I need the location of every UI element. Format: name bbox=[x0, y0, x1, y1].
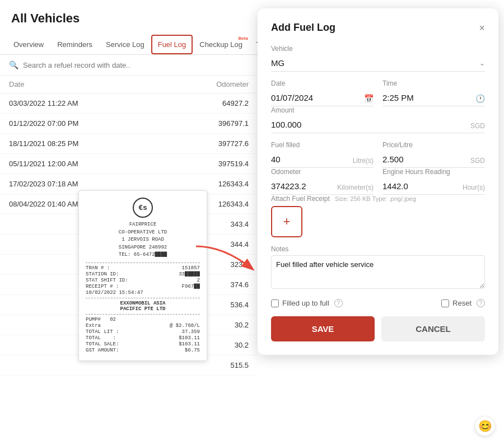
table-row[interactable]: 05/11/2021 12:00 AM 397519.4 bbox=[0, 154, 258, 174]
tab-fuel-log[interactable]: Fuel Log bbox=[151, 35, 193, 54]
date-input[interactable] bbox=[271, 90, 374, 106]
price-litre-group: Price/Litre SGD bbox=[382, 141, 485, 168]
receipt-footer: EXXONMOBIL ASIA PACIFIC PTE LTD bbox=[86, 301, 200, 312]
receipt-overlay: €s FAIRPRICE CO-OPERATIVE LTD 1 JERVOIS … bbox=[78, 190, 207, 361]
odometer-label: Odometer bbox=[271, 168, 374, 176]
receipt-divider-2 bbox=[86, 298, 200, 298]
time-input[interactable] bbox=[382, 90, 485, 106]
row-date: 18/11/2021 08:25 PM bbox=[9, 139, 204, 148]
row-odometer: 126343.4 bbox=[204, 200, 249, 208]
row-odometer: 343.4 bbox=[204, 220, 249, 228]
row-date: 17/02/2023 07:18 AM bbox=[9, 180, 204, 188]
odometer-unit: Kilometer(s) bbox=[337, 184, 374, 191]
page-title: All Vehicles bbox=[0, 11, 258, 26]
receipt-total: TOTAL :$103.11 bbox=[86, 335, 200, 341]
beta-badge: Beta bbox=[239, 36, 248, 41]
receipt-datetime: 10/02/2022 15:54:47 bbox=[86, 290, 200, 296]
attach-section: Attach Fuel Receipt Size: 256 KB Type: .… bbox=[271, 195, 485, 237]
date-wrapper: 📅 bbox=[271, 90, 374, 106]
reset-item: Reset ? bbox=[441, 299, 485, 307]
table-row[interactable]: 18/11/2021 08:25 PM 397727.6 bbox=[0, 134, 258, 154]
plus-icon: + bbox=[283, 214, 291, 229]
receipt-logo-circle: €s bbox=[133, 198, 153, 218]
time-label: Time bbox=[382, 79, 485, 87]
tab-reminders[interactable]: Reminders bbox=[50, 35, 99, 54]
time-group: Time 🕐 bbox=[382, 79, 485, 106]
engine-hours-label: Engine Hours Reading bbox=[382, 168, 485, 176]
receipt-header: FAIRPRICE CO-OPERATIVE LTD 1 JERVOIS ROA… bbox=[86, 221, 200, 259]
filled-full-item: Filled up to full ? bbox=[271, 299, 343, 307]
chat-icon[interactable]: 😊 bbox=[475, 416, 495, 436]
attach-button[interactable]: + bbox=[271, 206, 302, 237]
receipt-receipt: RECEIPT # :F967██ bbox=[86, 284, 200, 289]
clock-icon: 🕐 bbox=[475, 94, 485, 103]
price-litre-wrapper: SGD bbox=[382, 151, 485, 168]
datetime-row: Date 📅 Time 🕐 bbox=[271, 79, 485, 106]
vehicle-select-wrapper: MG ⌄ bbox=[271, 55, 485, 72]
tab-service-log[interactable]: Service Log bbox=[99, 35, 151, 54]
notes-textarea[interactable] bbox=[271, 255, 485, 289]
fuel-filled-unit: Litre(s) bbox=[353, 157, 374, 165]
btn-row: SAVE CANCEL bbox=[271, 316, 485, 341]
close-button[interactable]: × bbox=[479, 23, 485, 33]
search-bar: 🔍 bbox=[0, 55, 258, 76]
row-odometer: 64927.2 bbox=[204, 99, 249, 107]
modal-overlay: Add Fuel Log × Vehicle MG ⌄ Date 📅 Time bbox=[258, 8, 498, 355]
cancel-button[interactable]: CANCEL bbox=[381, 316, 485, 341]
table-row[interactable]: 03/03/2022 11:22 AM 64927.2 bbox=[0, 93, 258, 114]
search-input[interactable] bbox=[23, 61, 249, 69]
attach-size: Size: 256 KB Type: .png/.jpeg bbox=[335, 195, 416, 202]
notes-group: Notes bbox=[271, 245, 485, 291]
tabs: Overview Reminders Service Log Fuel Log … bbox=[0, 35, 258, 55]
receipt-total-lit: TOTAL LIT :37.359 bbox=[86, 329, 200, 335]
receipt-total-sale: TOTAL SALE:$103.11 bbox=[86, 341, 200, 347]
header-date: Date bbox=[9, 80, 216, 88]
engine-hours-wrapper: Hour(s) bbox=[382, 178, 485, 195]
row-odometer: 397519.4 bbox=[204, 160, 249, 168]
receipt-gst: GST AMOUNT:$6.75 bbox=[86, 348, 200, 353]
odometer-group: Odometer Kilometer(s) bbox=[271, 168, 374, 195]
tab-overview[interactable]: Overview bbox=[7, 35, 50, 54]
row-odometer: 30.2 bbox=[204, 341, 249, 349]
row-date: 01/12/2022 07:00 PM bbox=[9, 119, 204, 128]
amount-input[interactable] bbox=[271, 116, 485, 133]
vehicle-label: Vehicle bbox=[271, 45, 485, 53]
row-date: 05/11/2021 12:00 AM bbox=[9, 160, 204, 168]
engine-hours-unit: Hour(s) bbox=[463, 184, 485, 191]
amount-label: Amount bbox=[271, 106, 485, 114]
price-litre-input[interactable] bbox=[382, 151, 485, 168]
table-row[interactable]: 01/12/2022 07:00 PM 396797.1 bbox=[0, 114, 258, 134]
filled-full-checkbox[interactable] bbox=[271, 299, 279, 307]
price-litre-currency: SGD bbox=[470, 157, 485, 165]
arrow-container bbox=[190, 241, 258, 277]
row-odometer: 374.6 bbox=[204, 280, 249, 289]
main-container: All Vehicles Overview Reminders Service … bbox=[0, 0, 504, 445]
price-litre-label: Price/Litre bbox=[382, 141, 485, 149]
modal-title: Add Fuel Log bbox=[271, 22, 335, 34]
row-date bbox=[9, 361, 204, 369]
save-button[interactable]: SAVE bbox=[271, 316, 375, 341]
amount-input-wrapper: SGD bbox=[271, 116, 485, 133]
receipt-divider-3 bbox=[86, 314, 200, 315]
fuel-filled-group: Fuel filled Litre(s) bbox=[271, 141, 374, 168]
receipt-pump: PUMP# 02 bbox=[86, 317, 200, 322]
engine-hours-group: Engine Hours Reading Hour(s) bbox=[382, 168, 485, 195]
attach-label: Attach Fuel Receipt Size: 256 KB Type: .… bbox=[271, 195, 485, 203]
odo-engine-row: Odometer Kilometer(s) Engine Hours Readi… bbox=[271, 168, 485, 195]
receipt-fuel-type: Extra @ $2.760/L bbox=[86, 323, 200, 329]
header-odometer: Odometer bbox=[216, 80, 249, 88]
fuel-price-row: Fuel filled Litre(s) Price/Litre SGD bbox=[271, 141, 485, 168]
row-date: 03/03/2022 11:22 AM bbox=[9, 99, 204, 107]
receipt-tran: TRAN # :151857 bbox=[86, 265, 200, 271]
search-icon: 🔍 bbox=[9, 60, 18, 69]
vehicle-select[interactable]: MG bbox=[271, 55, 485, 72]
tab-checkup-log[interactable]: Checkup Log Beta bbox=[193, 35, 249, 54]
time-wrapper: 🕐 bbox=[382, 90, 485, 106]
row-odometer: 515.5 bbox=[204, 361, 249, 369]
date-label: Date bbox=[271, 79, 374, 87]
left-panel: All Vehicles Overview Reminders Service … bbox=[0, 0, 258, 445]
receipt-station: STATION ID:33█████ bbox=[86, 271, 200, 277]
reset-checkbox[interactable] bbox=[441, 299, 449, 307]
fuel-filled-label: Fuel filled bbox=[271, 141, 374, 149]
amount-currency: SGD bbox=[470, 122, 485, 130]
